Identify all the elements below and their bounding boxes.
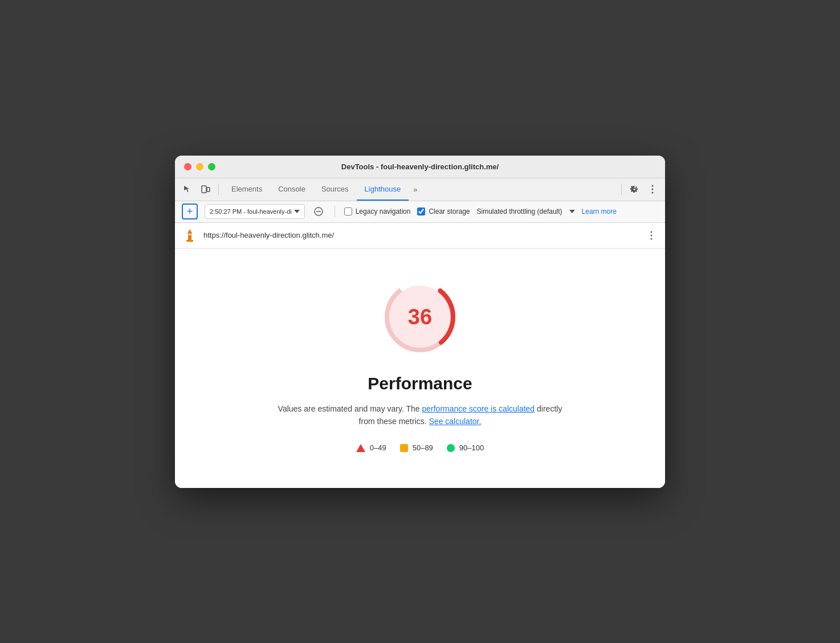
legend-range-orange: 50–89: [413, 443, 433, 452]
svg-rect-1: [207, 188, 210, 192]
secondary-separator: [335, 206, 335, 217]
green-circle-icon: [447, 444, 455, 452]
toolbar-separator-2: [621, 184, 622, 195]
lighthouse-logo-icon: [182, 227, 198, 243]
url-more-menu-button[interactable]: [645, 229, 658, 242]
legend-range-red: 0–49: [370, 443, 386, 452]
svg-point-12: [651, 234, 653, 236]
main-content: 36 Performance Values are estimated and …: [175, 249, 665, 488]
settings-button[interactable]: [626, 181, 642, 197]
secondary-toolbar: + 2:50:27 PM - foul-heavenly-di Legacy n…: [175, 201, 665, 223]
title-bar: DevTools - foul-heavenly-direction.glitc…: [175, 156, 665, 178]
tab-lighthouse[interactable]: Lighthouse: [357, 178, 409, 201]
calculator-link[interactable]: See calculator.: [429, 417, 482, 426]
score-legend: 0–49 50–89 90–100: [356, 443, 484, 452]
toolbar-right: [619, 181, 660, 197]
legacy-navigation-checkbox[interactable]: [344, 207, 352, 215]
svg-point-2: [652, 185, 654, 187]
close-button[interactable]: [184, 163, 191, 170]
svg-point-4: [652, 192, 654, 194]
more-tabs-button[interactable]: »: [409, 178, 422, 201]
audit-selector-dropdown[interactable]: 2:50:27 PM - foul-heavenly-di: [205, 204, 305, 219]
legend-item-orange: 50–89: [400, 443, 433, 452]
legend-range-green: 90–100: [459, 443, 484, 452]
legend-item-green: 90–100: [447, 443, 484, 452]
throttling-label: Simulated throttling (default): [476, 207, 562, 215]
red-triangle-icon: [356, 444, 365, 452]
cancel-audit-button[interactable]: [312, 205, 325, 218]
devtools-window: DevTools - foul-heavenly-direction.glitc…: [175, 156, 665, 488]
more-options-button[interactable]: [645, 181, 660, 197]
tab-console[interactable]: Console: [270, 178, 313, 201]
traffic-lights: [184, 163, 215, 170]
orange-square-icon: [400, 444, 408, 452]
window-title: DevTools - foul-heavenly-direction.glitc…: [341, 162, 499, 171]
maximize-button[interactable]: [208, 163, 215, 170]
new-audit-button[interactable]: +: [182, 204, 198, 219]
svg-point-3: [652, 189, 654, 190]
performance-title: Performance: [368, 374, 472, 393]
svg-marker-9: [187, 229, 192, 233]
throttling-dropdown[interactable]: [569, 210, 575, 213]
minimize-button[interactable]: [196, 163, 203, 170]
tab-list: Elements Console Sources Lighthouse »: [223, 178, 617, 201]
legacy-navigation-checkbox-label[interactable]: Legacy navigation: [344, 207, 411, 215]
svg-rect-0: [202, 186, 206, 193]
devtools-toolbar: Elements Console Sources Lighthouse »: [175, 178, 665, 201]
score-gauge: 36: [374, 271, 466, 363]
device-toolbar-button[interactable]: [198, 181, 214, 197]
clear-storage-checkbox-label[interactable]: Clear storage: [417, 207, 470, 215]
tab-sources[interactable]: Sources: [313, 178, 357, 201]
learn-more-link[interactable]: Learn more: [582, 207, 617, 215]
audit-url: https://foul-heavenly-direction.glitch.m…: [203, 231, 639, 239]
performance-description: Values are estimated and may vary. The p…: [272, 402, 568, 428]
clear-storage-checkbox[interactable]: [417, 207, 425, 215]
svg-rect-10: [189, 234, 191, 235]
toolbar-separator: [218, 184, 219, 195]
score-value: 36: [408, 304, 432, 329]
perf-score-link[interactable]: performance score is calculated: [422, 404, 535, 413]
url-bar-row: https://foul-heavenly-direction.glitch.m…: [175, 223, 665, 249]
legend-item-red: 0–49: [356, 443, 386, 452]
tab-elements[interactable]: Elements: [223, 178, 270, 201]
svg-point-11: [651, 231, 653, 233]
inspect-element-button[interactable]: [180, 181, 195, 197]
svg-point-13: [651, 238, 653, 239]
